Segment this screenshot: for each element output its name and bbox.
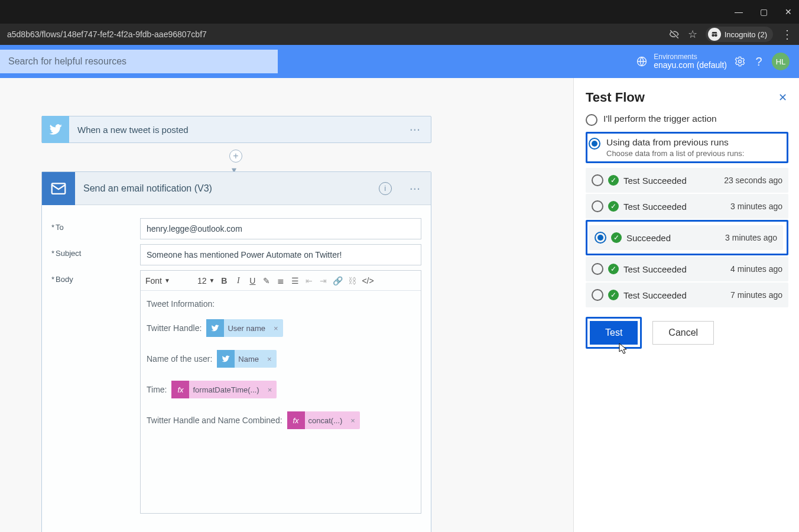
remove-token-icon[interactable]: × <box>269 324 283 333</box>
browser-url[interactable]: a5d8b63/flows/148ef747-fef2-4f2a-9fdb-aa… <box>6 30 661 39</box>
window-minimize-icon[interactable]: — <box>733 7 745 17</box>
help-icon[interactable]: ? <box>751 55 767 69</box>
action-menu-icon[interactable]: ··· <box>399 181 431 196</box>
body-label: *Body <box>51 270 140 284</box>
environment-icon <box>636 56 648 67</box>
link-button[interactable]: 🔗 <box>333 276 343 286</box>
radio-icon[interactable] <box>589 138 600 150</box>
unordered-list-button[interactable]: ☰ <box>290 276 300 286</box>
run-row[interactable]: ✓ Test Succeeded 23 seconds ago <box>586 168 788 193</box>
name-token[interactable]: Name × <box>217 350 276 368</box>
browser-menu-icon[interactable]: ⋮ <box>781 28 793 40</box>
window-restore-icon[interactable]: ▢ <box>758 7 769 17</box>
time-expression-token[interactable]: fx formatDateTime(...) × <box>171 381 277 398</box>
font-select[interactable]: Font▼ <box>145 276 170 286</box>
window-close-icon[interactable]: ✕ <box>782 7 794 17</box>
combined-label: Twitter Handle and Name Combined: <box>147 416 282 425</box>
time-label: Time: <box>147 385 167 394</box>
add-step-button[interactable]: + <box>229 150 242 163</box>
radio-icon[interactable] <box>592 289 603 301</box>
body-editor[interactable]: Font▼ 12▼ B I U ✎ ≣ ☰ ⇤ ⇥ 🔗 ⛓ </> <box>140 270 421 514</box>
run-time: 4 minutes ago <box>730 264 782 274</box>
run-time: 3 minutes ago <box>730 202 782 211</box>
color-button[interactable]: ✎ <box>262 276 271 286</box>
settings-gear-icon[interactable] <box>734 56 751 67</box>
run-label: Test Succeeded <box>623 176 719 186</box>
to-field[interactable] <box>140 218 421 239</box>
outdent-button[interactable]: ⇤ <box>304 276 314 286</box>
user-avatar[interactable]: HL <box>772 53 790 70</box>
radio-icon[interactable] <box>592 263 603 275</box>
success-status-icon: ✓ <box>608 290 619 300</box>
body-heading: Tweet Information: <box>147 299 415 309</box>
fx-icon: fx <box>287 411 305 429</box>
action-title: Send an email notification (V3) <box>75 183 379 194</box>
run-row[interactable]: ✓ Test Succeeded 3 minutes ago <box>586 194 788 219</box>
run-row[interactable]: ✓ Test Succeeded 4 minutes ago <box>586 257 788 281</box>
highlight-selected-run: ✓ Succeeded 3 minutes ago <box>586 220 788 255</box>
bookmark-star-icon[interactable]: ☆ <box>688 28 697 41</box>
svg-point-3 <box>739 60 742 63</box>
action-card-header[interactable]: Send an email notification (V3) i ··· <box>42 172 431 205</box>
twitter-icon <box>217 350 235 368</box>
subject-field[interactable] <box>140 244 421 265</box>
trigger-card[interactable]: When a new tweet is posted ··· <box>41 116 431 143</box>
incognito-chip[interactable]: Incognito (2) <box>706 27 773 42</box>
incognito-label: Incognito (2) <box>725 30 767 39</box>
remove-token-icon[interactable]: × <box>263 385 277 394</box>
remove-token-icon[interactable]: × <box>346 416 360 425</box>
font-size-select[interactable]: 12▼ <box>197 276 215 286</box>
option-previous-runs[interactable]: Using data from previous runs Choose dat… <box>589 137 783 158</box>
success-status-icon: ✓ <box>608 201 619 212</box>
concat-expression-token[interactable]: fx concat(...) × <box>287 411 360 429</box>
trigger-menu-icon[interactable]: ··· <box>399 122 431 137</box>
trigger-title: When a new tweet is posted <box>69 125 399 135</box>
radio-icon[interactable] <box>592 174 603 186</box>
run-row[interactable]: ✓ Test Succeeded 7 minutes ago <box>586 283 788 307</box>
handle-label: Twitter Handle: <box>147 323 202 333</box>
code-view-button[interactable]: </> <box>362 276 373 286</box>
remove-token-icon[interactable]: × <box>262 355 277 364</box>
flow-canvas: When a new tweet is posted ··· + ▾ Send … <box>0 78 573 532</box>
close-panel-icon[interactable]: ✕ <box>778 91 787 104</box>
svg-point-1 <box>714 34 717 37</box>
unlink-button[interactable]: ⛓ <box>347 276 357 286</box>
editor-body[interactable]: Tweet Information: Twitter Handle: User … <box>141 291 421 513</box>
run-label: Test Succeeded <box>623 264 726 274</box>
indent-button[interactable]: ⇥ <box>319 276 328 286</box>
highlight-test-button: Test <box>586 317 642 349</box>
success-status-icon: ✓ <box>611 232 622 243</box>
underline-button[interactable]: U <box>248 276 257 286</box>
action-card: Send an email notification (V3) i ··· *T… <box>41 171 431 532</box>
environment-picker[interactable]: Environments enayu.com (default) <box>636 53 727 70</box>
to-label: *To <box>51 218 140 232</box>
success-status-icon: ✓ <box>608 264 619 274</box>
info-icon[interactable]: i <box>379 182 392 195</box>
bold-button[interactable]: B <box>219 276 229 286</box>
window-titlebar: — ▢ ✕ <box>0 0 799 24</box>
radio-icon[interactable] <box>592 200 603 212</box>
option-manual-trigger[interactable]: I'll perform the trigger action <box>586 113 788 126</box>
incognito-icon <box>708 28 721 41</box>
highlight-using-previous: Using data from previous runs Choose dat… <box>586 132 788 163</box>
panel-title: Test Flow <box>586 90 788 105</box>
search-input[interactable] <box>0 50 278 73</box>
name-label: Name of the user: <box>147 354 212 364</box>
username-token[interactable]: User name × <box>206 319 282 337</box>
eye-off-icon[interactable] <box>669 29 680 40</box>
environment-value: enayu.com (default) <box>654 61 727 70</box>
run-row[interactable]: ✓ Succeeded 3 minutes ago <box>589 225 783 250</box>
ordered-list-button[interactable]: ≣ <box>276 276 285 286</box>
cursor-icon <box>619 343 628 355</box>
run-time: 3 minutes ago <box>725 233 777 242</box>
run-label: Test Succeeded <box>623 290 726 300</box>
radio-icon[interactable] <box>595 232 606 244</box>
twitter-icon <box>42 116 69 143</box>
test-button[interactable]: Test <box>590 321 638 345</box>
cancel-button[interactable]: Cancel <box>652 321 714 345</box>
app-header: Environments enayu.com (default) ? HL <box>0 45 799 78</box>
italic-button[interactable]: I <box>233 276 243 286</box>
radio-icon[interactable] <box>586 114 597 126</box>
run-time: 7 minutes ago <box>730 290 782 300</box>
browser-address-bar: a5d8b63/flows/148ef747-fef2-4f2a-9fdb-aa… <box>0 24 799 45</box>
